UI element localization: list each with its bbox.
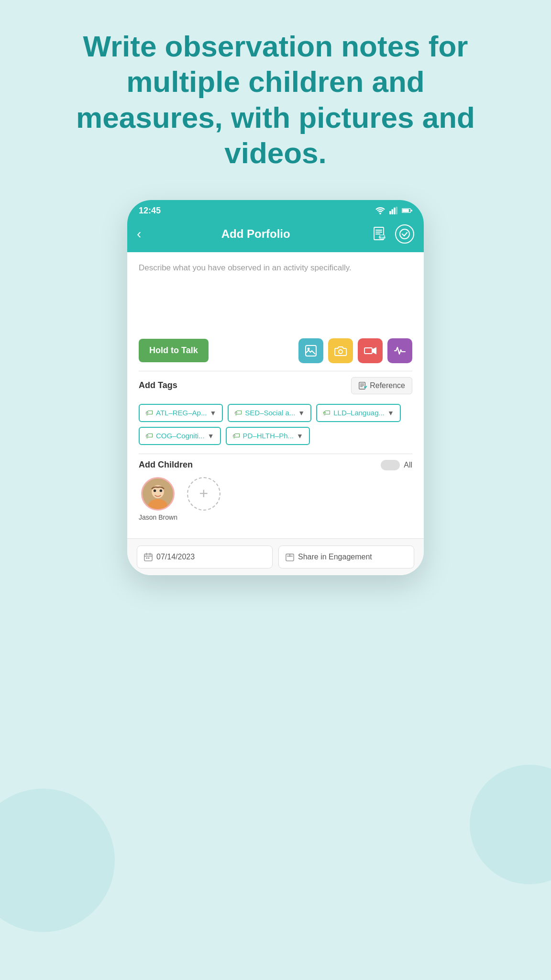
svg-rect-7 xyxy=(411,210,412,211)
svg-point-0 xyxy=(379,213,381,215)
tag-label-4: COG–Cogniti... xyxy=(156,432,205,440)
svg-rect-12 xyxy=(306,345,316,356)
hold-to-talk-button[interactable]: Hold to Talk xyxy=(139,339,209,362)
video-button[interactable] xyxy=(358,338,383,363)
tag-arrow-2: ▼ xyxy=(298,409,305,417)
battery-icon xyxy=(402,207,412,214)
tag-chip-5[interactable]: 🏷 PD–HLTH–Ph... ▼ xyxy=(226,427,310,445)
gallery-button[interactable] xyxy=(298,338,323,363)
child-photo-jason xyxy=(143,477,173,511)
svg-point-21 xyxy=(160,489,162,491)
svg-rect-16 xyxy=(359,382,365,389)
svg-rect-15 xyxy=(364,348,372,354)
reference-button[interactable]: Reference xyxy=(351,377,412,394)
share-icon xyxy=(286,553,294,561)
content-area: Describe what you have observed in an ac… xyxy=(127,252,424,538)
tag-icon-3: 🏷 xyxy=(323,409,331,417)
share-label: Share in Engagement xyxy=(298,553,372,561)
svg-rect-2 xyxy=(392,209,394,214)
tag-chip-2[interactable]: 🏷 SED–Social a... ▼ xyxy=(228,404,311,422)
tag-icon-2: 🏷 xyxy=(234,409,242,417)
status-bar: 12:45 xyxy=(127,200,424,220)
child-avatar-jason xyxy=(141,477,175,511)
all-toggle[interactable]: All xyxy=(381,460,412,470)
children-list: Jason Brown + xyxy=(139,477,412,521)
calendar-icon xyxy=(144,553,153,561)
tag-icon-5: 🏷 xyxy=(232,432,240,440)
tag-chip-4[interactable]: 🏷 COG–Cogniti... ▼ xyxy=(139,427,221,445)
svg-rect-3 xyxy=(394,208,396,214)
svg-point-11 xyxy=(400,229,409,239)
reference-label: Reference xyxy=(370,381,405,390)
header-title: Add Porfolio xyxy=(221,227,290,241)
tag-arrow-5: ▼ xyxy=(297,432,303,440)
tag-arrow-3: ▼ xyxy=(387,409,394,417)
audio-button[interactable] xyxy=(387,338,412,363)
date-button[interactable]: 07/14/2023 xyxy=(137,546,273,568)
tag-label-3: LLD–Languag... xyxy=(333,409,385,417)
svg-rect-24 xyxy=(148,557,150,558)
child-jason[interactable]: Jason Brown xyxy=(139,477,177,521)
status-time: 12:45 xyxy=(139,206,161,216)
tag-label-1: ATL–REG–Ap... xyxy=(156,409,207,417)
tag-label-5: PD–HLTH–Ph... xyxy=(243,432,294,440)
svg-point-20 xyxy=(154,489,156,491)
svg-rect-4 xyxy=(396,207,397,214)
draft-button[interactable]: Draft xyxy=(370,224,389,244)
tag-chip-3[interactable]: 🏷 LLD–Languag... ▼ xyxy=(316,404,401,422)
audio-icon xyxy=(394,345,406,357)
all-label: All xyxy=(404,461,412,469)
save-button[interactable] xyxy=(395,224,414,244)
tag-label-2: SED–Social a... xyxy=(245,409,295,417)
video-icon xyxy=(364,345,376,357)
svg-text:Draft: Draft xyxy=(379,236,386,239)
phone-mockup: 12:45 xyxy=(127,200,424,575)
bottom-section: 07/14/2023 Share in Engagement xyxy=(127,538,424,575)
signal-icon xyxy=(389,207,398,214)
tag-icon-1: 🏷 xyxy=(145,409,153,417)
children-header: Add Children All xyxy=(139,454,412,477)
page-container: Write observation notes for multiple chi… xyxy=(0,0,551,980)
date-value: 07/14/2023 xyxy=(156,553,195,561)
gallery-icon xyxy=(305,345,317,357)
svg-point-13 xyxy=(308,347,310,350)
app-header: ‹ Add Porfolio Draft xyxy=(127,220,424,252)
toolbar-row: Hold to Talk xyxy=(139,338,412,363)
media-buttons xyxy=(298,338,412,363)
share-button[interactable]: Share in Engagement xyxy=(278,546,414,568)
camera-button[interactable] xyxy=(328,338,353,363)
reference-icon xyxy=(358,381,367,390)
svg-point-14 xyxy=(339,350,342,354)
tags-header: Add Tags Reference xyxy=(139,371,412,398)
add-child-button[interactable]: + xyxy=(187,477,220,511)
tag-arrow-4: ▼ xyxy=(208,432,214,440)
camera-icon xyxy=(334,345,347,357)
wifi-icon xyxy=(375,207,386,214)
child-name-jason: Jason Brown xyxy=(139,513,177,521)
header-actions: Draft xyxy=(370,224,414,244)
status-icons xyxy=(375,207,412,214)
children-label: Add Children xyxy=(139,460,193,470)
tag-arrow-1: ▼ xyxy=(209,409,216,417)
headline: Write observation notes for multiple chi… xyxy=(60,29,491,171)
svg-rect-1 xyxy=(389,211,391,214)
tag-chip-1[interactable]: 🏷 ATL–REG–Ap... ▼ xyxy=(139,404,223,422)
tag-icon-4: 🏷 xyxy=(145,432,153,440)
svg-rect-22 xyxy=(144,554,152,560)
tag-chips: 🏷 ATL–REG–Ap... ▼ 🏷 SED–Social a... ▼ 🏷 … xyxy=(139,404,412,445)
svg-rect-23 xyxy=(146,557,148,558)
all-toggle-switch[interactable] xyxy=(381,460,400,470)
svg-rect-6 xyxy=(402,209,409,212)
add-tags-label: Add Tags xyxy=(139,380,177,390)
back-button[interactable]: ‹ xyxy=(137,226,141,242)
observation-placeholder[interactable]: Describe what you have observed in an ac… xyxy=(139,262,412,329)
